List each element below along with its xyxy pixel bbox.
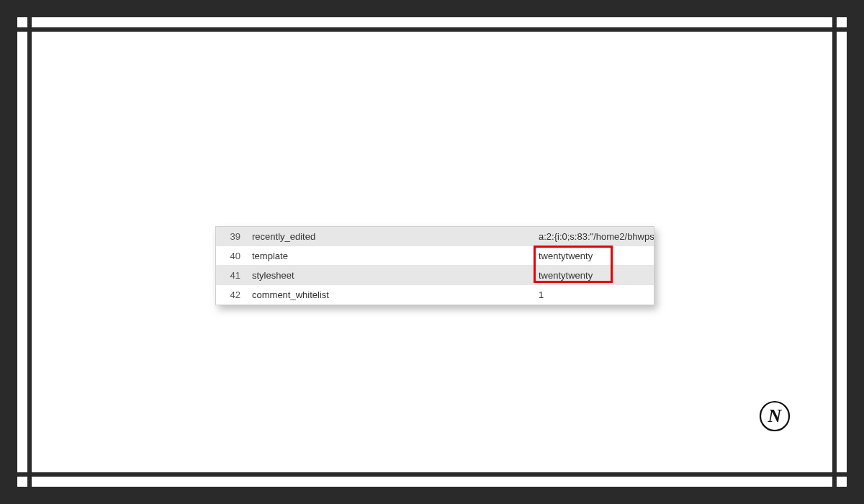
frame-edge-top	[32, 17, 832, 27]
frame-corner	[837, 17, 847, 27]
frame-corner	[837, 477, 847, 487]
frame-edge-left	[17, 32, 27, 472]
row-value: 1	[536, 289, 654, 300]
row-key: template	[248, 251, 536, 261]
row-value: twentytwenty	[536, 251, 654, 261]
frame-corner	[17, 477, 27, 487]
table-row[interactable]: 39 recently_edited a:2:{i:0;s:83:"/home2…	[216, 227, 654, 246]
row-key: recently_edited	[248, 231, 536, 242]
table-row[interactable]: 41 stylesheet twentytwenty	[216, 266, 654, 285]
frame-edge-right	[837, 32, 847, 472]
row-key: comment_whitelist	[248, 289, 536, 300]
logo-letter: N	[768, 405, 783, 426]
row-value: a:2:{i:0;s:83:"/home2/bhwpsite/	[536, 231, 654, 242]
row-value: twentytwenty	[536, 270, 654, 281]
row-id: 40	[216, 251, 248, 261]
row-id: 42	[216, 289, 248, 300]
db-options-table: 39 recently_edited a:2:{i:0;s:83:"/home2…	[215, 226, 654, 305]
table-row[interactable]: 40 template twentytwenty	[216, 246, 654, 266]
row-key: stylesheet	[248, 270, 536, 281]
table-row[interactable]: 42 comment_whitelist 1	[216, 285, 654, 305]
frame-edge-bottom	[32, 477, 832, 487]
brand-logo-icon: N	[759, 400, 791, 432]
content-panel: 39 recently_edited a:2:{i:0;s:83:"/home2…	[32, 32, 832, 472]
row-id: 41	[216, 270, 248, 281]
row-id: 39	[216, 231, 248, 242]
frame-corner	[17, 17, 27, 27]
